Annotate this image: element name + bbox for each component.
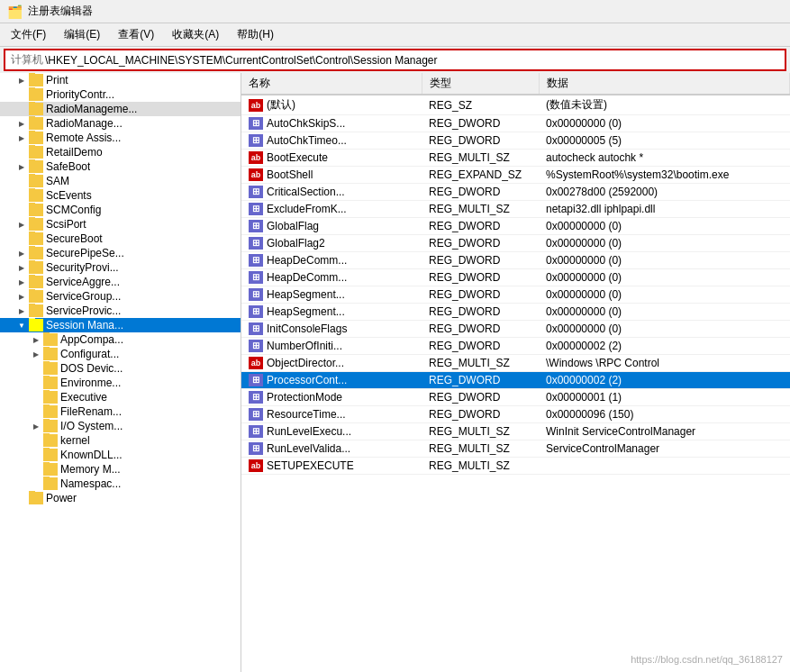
tree-item[interactable]: DOS Devic... <box>0 361 241 376</box>
tree-item[interactable]: ▶RadioManage... <box>0 116 241 131</box>
tree-item[interactable]: SecureBoot <box>0 232 241 246</box>
reg-name-label: ResourceTime... <box>267 408 346 421</box>
table-row[interactable]: ⊞ProcessorCont...REG_DWORD0x00000002 (2) <box>241 372 790 389</box>
tree-item[interactable]: kernel <box>0 433 241 448</box>
arrow-collapsed-icon[interactable]: ▶ <box>14 264 29 272</box>
reg-name: ⊞AutoChkSkipS... <box>241 115 422 132</box>
folder-icon <box>29 492 43 504</box>
arrow-collapsed-icon[interactable]: ▶ <box>14 250 29 258</box>
arrow-collapsed-icon[interactable]: ▶ <box>14 77 29 85</box>
tree-item[interactable]: ▶Print <box>0 73 241 87</box>
reg-type: REG_DWORD <box>422 184 539 201</box>
tree-item[interactable]: KnownDLL... <box>0 448 241 462</box>
table-row[interactable]: ⊞HeapDeComm...REG_DWORD0x00000000 (0) <box>241 269 790 286</box>
detail-panel: 名称 类型 数据 ab(默认)REG_SZ(数值未设置)⊞AutoChkSkip… <box>241 73 790 672</box>
table-row[interactable]: ⊞HeapDeComm...REG_DWORD0x00000000 (0) <box>241 252 790 269</box>
table-row[interactable]: ⊞AutoChkTimeo...REG_DWORD0x00000005 (5) <box>241 132 790 150</box>
address-bar[interactable]: 计算机 \HKEY_LOCAL_MACHINE\SYSTEM\CurrentCo… <box>4 49 786 71</box>
table-row[interactable]: ⊞RunLevelExecu...REG_MULTI_SZWinInit Ser… <box>241 423 790 440</box>
arrow-collapsed-icon[interactable]: ▶ <box>14 163 29 171</box>
table-row[interactable]: ⊞GlobalFlagREG_DWORD0x00000000 (0) <box>241 218 790 235</box>
menu-item[interactable]: 帮助(H) <box>233 25 277 44</box>
table-row[interactable]: ⊞HeapSegment...REG_DWORD0x00000000 (0) <box>241 304 790 321</box>
tree-item[interactable]: RetailDemo <box>0 145 241 159</box>
arrow-collapsed-icon[interactable]: ▶ <box>14 293 29 301</box>
tree-item[interactable]: ▶ServiceProvic... <box>0 304 241 318</box>
menu-item[interactable]: 文件(F) <box>7 25 50 44</box>
reg-name: abBootShell <box>241 167 422 184</box>
reg-dword-icon: ⊞ <box>249 237 263 250</box>
tree-item[interactable]: ▶ScsiPort <box>0 217 241 232</box>
reg-name-label: GlobalFlag2 <box>267 237 325 250</box>
table-header: 名称 类型 数据 <box>241 73 790 95</box>
tree-item[interactable]: ▶Remote Assis... <box>0 131 241 145</box>
tree-item[interactable]: FileRenam... <box>0 404 241 419</box>
tree-item[interactable]: Namespac... <box>0 477 241 491</box>
col-data[interactable]: 数据 <box>539 73 790 95</box>
reg-data <box>539 458 790 475</box>
tree-item[interactable]: ▶SecurePipeSe... <box>0 246 241 260</box>
reg-name-label: AutoChkSkipS... <box>267 117 345 130</box>
tree-item[interactable]: Environme... <box>0 376 241 390</box>
tree-item[interactable]: PriorityContr... <box>0 87 241 102</box>
table-row[interactable]: abBootShellREG_EXPAND_SZ%SystemRoot%\sys… <box>241 167 790 184</box>
arrow-collapsed-icon[interactable]: ▶ <box>14 221 29 229</box>
menu-item[interactable]: 编辑(E) <box>60 25 104 44</box>
reg-data: 0x00000000 (0) <box>539 304 790 321</box>
folder-icon <box>29 261 43 274</box>
tree-item[interactable]: ▶SafeBoot <box>0 159 241 174</box>
table-row[interactable]: ⊞CriticalSection...REG_DWORD0x00278d00 (… <box>241 184 790 201</box>
reg-name: ⊞ExcludeFromK... <box>241 201 422 218</box>
tree-item[interactable]: Power <box>0 491 241 505</box>
tree-item[interactable]: ▶AppCompa... <box>0 332 241 347</box>
tree-item[interactable]: Memory M... <box>0 462 241 477</box>
col-type[interactable]: 类型 <box>422 73 539 95</box>
table-row[interactable]: ⊞InitConsoleFlagsREG_DWORD0x00000000 (0) <box>241 321 790 338</box>
arrow-collapsed-icon[interactable]: ▶ <box>14 120 29 128</box>
tree-item[interactable]: ▶ServiceAggre... <box>0 275 241 289</box>
arrow-collapsed-icon[interactable]: ▶ <box>14 278 29 286</box>
reg-dword-icon: ⊞ <box>249 220 263 232</box>
arrow-expanded-icon[interactable]: ▼ <box>14 322 29 330</box>
menu-item[interactable]: 查看(V) <box>114 25 158 44</box>
col-name[interactable]: 名称 <box>241 73 422 95</box>
reg-name: ⊞HeapDeComm... <box>241 269 422 286</box>
tree-item[interactable]: ▶SecurityProvi... <box>0 260 241 275</box>
tree-item[interactable]: SCMConfig <box>0 203 241 217</box>
table-row[interactable]: ⊞RunLevelValida...REG_MULTI_SZServiceCon… <box>241 440 790 458</box>
tree-item[interactable]: ▶ServiceGroup... <box>0 289 241 304</box>
table-row[interactable]: ⊞ProtectionModeREG_DWORD0x00000001 (1) <box>241 389 790 406</box>
table-row[interactable]: ⊞GlobalFlag2REG_DWORD0x00000000 (0) <box>241 235 790 252</box>
reg-data: 0x00000005 (5) <box>539 132 790 150</box>
arrow-collapsed-icon[interactable]: ▶ <box>14 134 29 142</box>
reg-data: netapi32.dll iphlpapi.dll <box>539 201 790 218</box>
reg-name: ⊞HeapDeComm... <box>241 252 422 269</box>
menu-item[interactable]: 收藏夹(A) <box>168 25 222 44</box>
arrow-collapsed-icon[interactable]: ▶ <box>14 307 29 315</box>
table-row[interactable]: ⊞AutoChkSkipS...REG_DWORD0x00000000 (0) <box>241 115 790 132</box>
tree-item[interactable]: SAM <box>0 174 241 188</box>
table-row[interactable]: abSETUPEXECUTEREG_MULTI_SZ <box>241 458 790 475</box>
tree-item-label: RetailDemo <box>46 146 103 159</box>
arrow-collapsed-icon[interactable]: ▶ <box>29 336 43 344</box>
table-row[interactable]: abBootExecuteREG_MULTI_SZautocheck autoc… <box>241 150 790 167</box>
table-row[interactable]: ab(默认)REG_SZ(数值未设置) <box>241 95 790 115</box>
table-row[interactable]: abObjectDirector...REG_MULTI_SZ\Windows … <box>241 355 790 372</box>
tree-item[interactable]: ▼Session Mana... <box>0 318 241 332</box>
reg-name: ⊞GlobalFlag <box>241 218 422 235</box>
tree-item[interactable]: Executive <box>0 390 241 404</box>
tree-panel[interactable]: ▶PrintPriorityContr...RadioManageme...▶R… <box>0 73 241 672</box>
table-row[interactable]: ⊞NumberOfIniti...REG_DWORD0x00000002 (2) <box>241 338 790 355</box>
arrow-collapsed-icon[interactable]: ▶ <box>29 350 43 359</box>
table-row[interactable]: ⊞HeapSegment...REG_DWORD0x00000000 (0) <box>241 286 790 304</box>
arrow-collapsed-icon[interactable]: ▶ <box>29 422 43 431</box>
reg-name-label: HeapDeComm... <box>267 271 347 284</box>
reg-name-label: (默认) <box>267 97 295 113</box>
tree-item[interactable]: ▶I/O System... <box>0 419 241 433</box>
folder-icon <box>29 88 43 101</box>
tree-item[interactable]: RadioManageme... <box>0 102 241 116</box>
table-row[interactable]: ⊞ExcludeFromK...REG_MULTI_SZnetapi32.dll… <box>241 201 790 218</box>
table-row[interactable]: ⊞ResourceTime...REG_DWORD0x00000096 (150… <box>241 406 790 423</box>
tree-item[interactable]: ▶Configurat... <box>0 347 241 361</box>
tree-item[interactable]: ScEvents <box>0 188 241 203</box>
